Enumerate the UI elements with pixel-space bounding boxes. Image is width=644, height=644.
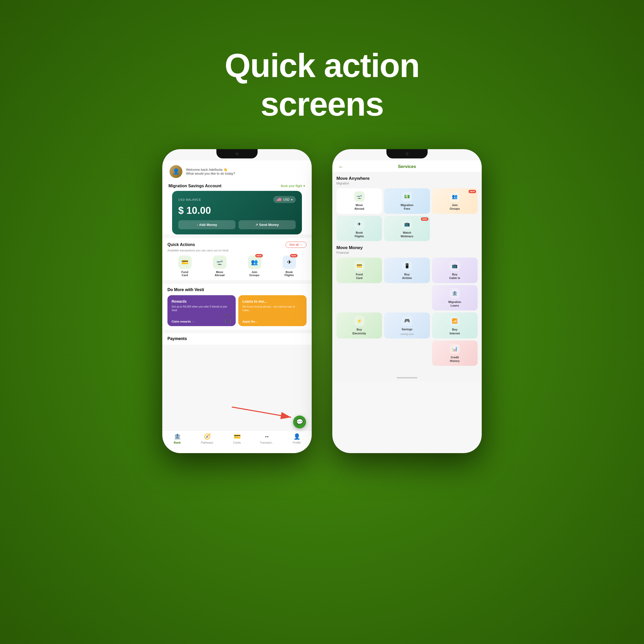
phone-1: 👤 Welcome back Adefisola 👋 What would yo… <box>162 149 312 453</box>
p2-internet-icon: 📶 <box>450 316 460 326</box>
headline: Quick action screens <box>225 46 419 123</box>
phone1-content: 👤 Welcome back Adefisola 👋 What would yo… <box>162 160 312 453</box>
home-indicator-bar <box>397 377 417 378</box>
move-abroad-label: MoveAbroad <box>215 270 225 277</box>
p2-buy-airtime-label: BuyAirtime <box>402 273 412 280</box>
currency-badge[interactable]: 🇺🇸 USD ▾ <box>273 196 296 203</box>
p2-cable-tv-icon: 📺 <box>450 261 460 271</box>
nav-bank-label: Bank <box>174 441 181 444</box>
payments-title: Payments <box>167 336 307 341</box>
p2-savings[interactable]: 🎮 Savings coming soon <box>384 312 430 338</box>
move-anywhere-grid-row2: ✈ BookFlights NEW 📺 WatchWebinars <box>336 216 478 241</box>
p2-move-abroad[interactable]: 🛫 MoveAbroad <box>336 188 382 214</box>
back-button[interactable]: ← <box>338 164 344 170</box>
move-money-grid-row3: ⚡ BuyElectricity 🎮 Savings coming soon 📶… <box>336 312 478 338</box>
do-more-title: Do More with Vesti <box>167 287 307 292</box>
move-anywhere-title: Move Anywhere <box>336 176 478 181</box>
p2-savings-icon: 🎮 <box>402 316 412 326</box>
loans-text: We know moving abroad... low interest lo… <box>242 305 302 312</box>
qa-join-groups[interactable]: NEW 👥 JoinGroups <box>248 256 261 277</box>
savings-title: Migration Savings Account <box>168 184 222 188</box>
p2-book-flights-label: BookFlights <box>355 231 364 238</box>
p2-migration-fees-label: MigrationFees <box>401 203 413 211</box>
payments-section: Payments <box>162 333 312 345</box>
book-flight-link[interactable]: Book your flight ✈ <box>281 184 306 188</box>
phone2-camera <box>405 152 409 155</box>
p2-book-flights[interactable]: ✈ BookFlights <box>336 216 382 241</box>
move-money-section: Move Money Financial 💳 FundCard 📱 BuyAir… <box>336 245 478 366</box>
see-all-button[interactable]: See all → <box>285 242 307 248</box>
p2-cable-tv-label: BuyCable tv <box>449 273 460 280</box>
claim-rewards-btn[interactable]: Claim rewards → <box>172 320 194 323</box>
home-indicator <box>332 374 482 381</box>
move-anywhere-grid-row1: 🛫 MoveAbroad 💵 MigrationFees NEW 👥 JoinG… <box>336 188 478 214</box>
savings-coming-soon: coming soon <box>400 333 413 335</box>
phone1-camera <box>235 152 239 155</box>
p2-credit-history[interactable]: 📊 CreditHistory <box>432 341 478 366</box>
p2-electricity-label: BuyElectricity <box>352 328 366 335</box>
p2-watch-webinars-icon: 📺 <box>402 219 412 229</box>
profile-icon: 👤 <box>293 433 300 440</box>
p2-migration-loans[interactable]: 🏦 MigrationLoans <box>432 285 478 311</box>
avatar-image: 👤 <box>170 165 182 178</box>
p2-buy-internet[interactable]: 📶 BuyInternet <box>432 312 478 338</box>
p2-buy-cable-tv[interactable]: 📺 BuyCable tv <box>432 258 478 283</box>
p2-fund-card-icon: 💳 <box>354 261 365 271</box>
phone2-content: ← Services Move Anywhere Migration 🛫 Mov <box>332 160 482 453</box>
fund-card-label: FundCard <box>181 270 188 277</box>
balance-label: USD BALANCE <box>178 198 201 201</box>
apply-now-btn[interactable]: Apply No... <box>242 320 257 323</box>
move-money-title: Move Money <box>336 245 478 250</box>
add-money-button[interactable]: ↑ Add Money <box>178 220 235 229</box>
loans-title: Loans to mo... <box>242 299 302 303</box>
nav-cards[interactable]: 💳 Cards <box>222 433 252 444</box>
user-avatar: 👤 <box>170 165 182 178</box>
rewards-text: Get up to N4,500 when you refer 5 friend… <box>172 305 232 312</box>
p2-book-flights-icon: ✈ <box>354 219 365 229</box>
quick-actions-section: Quick Actions See all → Available transa… <box>162 238 312 280</box>
phone1-screen: 👤 Welcome back Adefisola 👋 What would yo… <box>162 149 312 453</box>
p2-buy-electricity[interactable]: ⚡ BuyElectricity <box>336 312 382 338</box>
p2-credit-history-icon: 📊 <box>450 344 460 354</box>
welcome-subtitle: What would you like to do today? <box>186 172 235 175</box>
nav-transactions[interactable]: ↔ Transacti... <box>252 433 282 444</box>
nav-pathways[interactable]: 🧭 Pathways <box>192 433 222 444</box>
p2-migration-fees[interactable]: 💵 MigrationFees <box>384 188 430 214</box>
p2-credit-history-label: CreditHistory <box>450 355 460 363</box>
p2-migration-fees-icon: 💵 <box>402 191 412 202</box>
p2-empty-3 <box>336 341 382 366</box>
join-groups-icon: 👥 <box>248 256 261 269</box>
do-more-cards: Rewards Get up to N4,500 when you refer … <box>167 295 307 326</box>
balance-header: USD BALANCE 🇺🇸 USD ▾ <box>178 196 296 203</box>
savings-section-header: Migration Savings Account Book your flig… <box>162 182 312 189</box>
p2-join-groups[interactable]: NEW 👥 JoinGroups <box>432 188 478 214</box>
nav-bank[interactable]: 🏦 Bank <box>162 433 192 444</box>
qa-fund-card[interactable]: 💳 FundCard <box>178 256 192 277</box>
qa-subtitle: Available transactions you can carry out… <box>167 249 307 252</box>
p2-buy-airtime[interactable]: 📱 BuyAirtime <box>384 258 430 283</box>
welcome-text-block: Welcome back Adefisola 👋 What would you … <box>186 168 235 175</box>
qa-move-abroad[interactable]: 🛫 MoveAbroad <box>213 256 226 277</box>
rewards-title: Rewards <box>172 299 232 303</box>
p2-join-groups-icon: 👥 <box>450 191 460 202</box>
loans-card[interactable]: Loans to mo... We know moving abroad... … <box>238 295 307 326</box>
bank-icon: 🏦 <box>174 433 181 440</box>
p2-empty-2 <box>384 285 430 311</box>
qa-book-flights[interactable]: NEW ✈ BookFlights <box>283 256 296 277</box>
p2-watch-webinars[interactable]: NEW 📺 WatchWebinars <box>384 216 430 241</box>
p2-watch-webinars-label: WatchWebinars <box>401 231 413 238</box>
balance-card: USD BALANCE 🇺🇸 USD ▾ $ 10.00 ↑ Add Money… <box>172 191 302 234</box>
pathways-icon: 🧭 <box>204 433 211 440</box>
nav-transactions-label: Transacti... <box>260 441 274 444</box>
nav-profile[interactable]: 👤 Profile <box>282 433 312 444</box>
p2-empty-1 <box>336 285 382 311</box>
qa-header: Quick Actions See all → <box>167 242 307 248</box>
p2-fund-card[interactable]: 💳 FundCard <box>336 258 382 283</box>
fab-button[interactable]: 💬 <box>293 416 306 428</box>
rewards-decoration: 🎧 <box>222 313 234 324</box>
rewards-card[interactable]: Rewards Get up to N4,500 when you refer … <box>167 295 236 326</box>
send-money-button[interactable]: ↗ Send Money <box>239 220 296 229</box>
nav-pathways-label: Pathways <box>201 441 213 444</box>
phone2-screen: ← Services Move Anywhere Migration 🛫 Mov <box>332 149 482 453</box>
p2-move-abroad-icon: 🛫 <box>354 191 365 202</box>
